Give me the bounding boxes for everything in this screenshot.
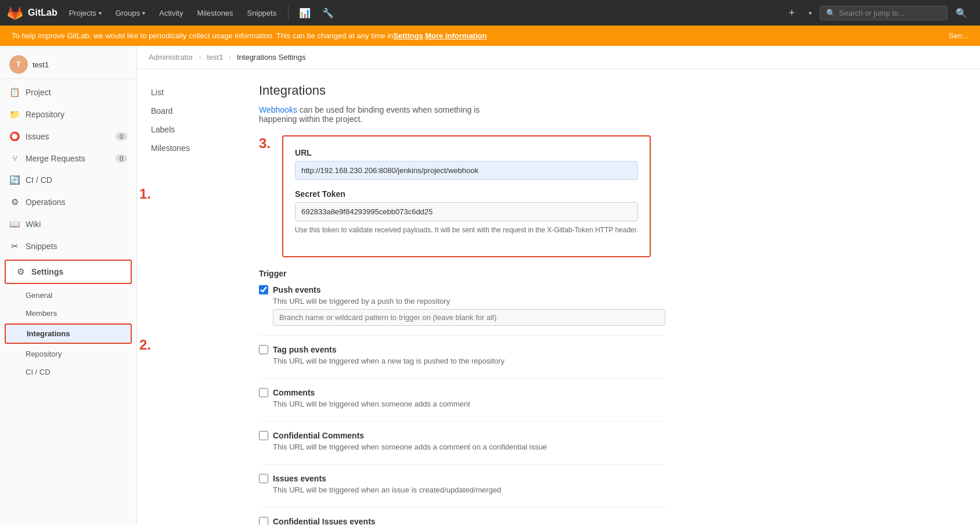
chart-icon[interactable]: 📊 [293,0,316,26]
sidebar-sub-members[interactable]: Members [0,304,136,322]
trigger-confidential-comments: Confidential Comments This URL will be t… [259,431,665,465]
issues-events-checkbox[interactable] [259,474,268,483]
main-layout: T test1 📋 Project 📁 Repository ⭕ Issues … [0,46,980,525]
tag-push-label: Tag push events [273,345,336,354]
navbar-right: + ▾ 🔍 🔍 [783,0,973,26]
push-events-label: Push events [273,285,320,294]
top-navbar: GitLab Projects ▾ Groups ▾ Activity Mile… [0,0,980,26]
cicd-icon: 🔄 [9,175,20,185]
url-input[interactable] [295,161,638,180]
conf-comments-desc: This URL will be triggered when someone … [273,443,665,451]
left-panel-labels[interactable]: Labels [149,120,242,139]
nav-snippets[interactable]: Snippets [240,0,284,26]
sidebar-item-merge-requests[interactable]: ⑂ Merge Requests 0 [0,148,136,169]
breadcrumb-current: Integrations Settings [237,53,306,62]
sidebar-item-wiki[interactable]: 📖 Wiki [0,213,136,235]
sidebar: T test1 📋 Project 📁 Repository ⭕ Issues … [0,46,137,525]
two-col-layout: List Board Labels Milestones Integration… [137,69,980,525]
breadcrumb-admin[interactable]: Administrator [149,53,193,62]
comments-label: Comments [273,388,315,397]
conf-comments-checkbox[interactable] [259,431,268,440]
sidebar-item-project[interactable]: 📋 Project [0,81,136,103]
settings-icon: ⚙ [15,267,26,277]
push-events-row: Push events [259,285,665,294]
repository-icon: 📁 [9,109,20,120]
tag-push-checkbox[interactable] [259,345,268,354]
search-box[interactable]: 🔍 [820,6,947,20]
integrations-desc: Webhooks can be used for binding events … [259,105,491,124]
sidebar-item-operations[interactable]: ⚙ Operations [0,191,136,213]
conf-comments-label: Confidential Comments [273,431,364,440]
sidebar-item-settings[interactable]: ⚙ Settings [5,260,132,284]
operations-icon: ⚙ [9,197,20,207]
search-input[interactable] [839,9,941,17]
sidebar-sub-cicd[interactable]: CI / CD [0,363,136,381]
breadcrumb: Administrator › test1 › Integrations Set… [137,46,980,69]
push-events-branch-input[interactable] [273,309,665,326]
issues-events-row: Issues events [259,474,665,483]
issues-icon: ⭕ [9,131,20,142]
conf-issues-checkbox[interactable] [259,517,268,525]
sidebar-item-snippets[interactable]: ✂ Snippets [0,235,136,257]
wrench-icon[interactable]: 🔧 [316,0,340,26]
nav-groups[interactable]: Groups ▾ [109,0,153,26]
content-area: Administrator › test1 › Integrations Set… [137,46,980,525]
trigger-confidential-issues: Confidential Issues events This URL will… [259,517,665,525]
left-panel-list[interactable]: List [149,83,242,102]
left-panel-board[interactable]: Board [149,102,242,120]
sidebar-sub-repository[interactable]: Repository [0,345,136,363]
conf-comments-row: Confidential Comments [259,431,665,440]
search-submit-icon[interactable]: 🔍 [950,0,973,26]
tag-push-desc: This URL will be triggered when a new ta… [273,357,665,365]
nav-separator [288,6,289,20]
comments-desc: This URL will be triggered when someone … [273,400,665,408]
url-form-group: URL [295,148,638,180]
nav-projects[interactable]: Projects ▾ [62,0,109,26]
sidebar-user: T test1 [0,51,136,79]
secret-token-input[interactable] [295,202,638,221]
chevron-down-icon[interactable]: ▾ [803,0,817,26]
breadcrumb-separator: › [229,53,231,62]
secret-token-hint: Use this token to validate received payl… [295,225,638,235]
left-panel-milestones[interactable]: Milestones [149,139,242,157]
chevron-down-icon: ▾ [142,10,145,16]
nav-activity[interactable]: Activity [152,0,190,26]
merge-badge: 0 [116,154,127,163]
issues-badge: 0 [116,132,127,141]
trigger-section: Trigger Push events This URL will be tri… [259,269,665,525]
webhook-form: URL Secret Token Use this token to valid… [282,135,651,257]
trigger-title: Trigger [259,269,665,278]
banner-settings-link[interactable]: Settings [393,31,423,40]
step-two: 2. [139,337,151,353]
push-events-checkbox[interactable] [259,285,268,294]
snippets-icon: ✂ [9,241,20,251]
plus-button[interactable]: + [783,0,801,26]
chevron-down-icon: ▾ [99,10,102,16]
sidebar-username: test1 [33,60,49,69]
usage-banner: To help improve GitLab, we would like to… [0,26,980,46]
merge-icon: ⑂ [9,153,20,163]
sidebar-sub-integrations[interactable]: Integrations [5,323,132,344]
sidebar-item-ci-cd[interactable]: 🔄 CI / CD [0,169,136,191]
conf-issues-row: Confidential Issues events [259,517,665,525]
banner-more-info-link[interactable]: More Information [425,31,487,40]
brand[interactable]: GitLab [7,5,57,21]
main-panel: Integrations Webhooks can be used for bi… [259,83,968,525]
secret-token-label: Secret Token [295,189,638,199]
conf-issues-label: Confidential Issues events [273,517,376,525]
issues-events-label: Issues events [273,474,326,483]
banner-text: To help improve GitLab, we would like to… [12,31,393,40]
banner-send-text: Sen... [949,31,968,40]
secret-token-form-group: Secret Token Use this token to validate … [295,189,638,235]
brand-name: GitLab [28,8,57,18]
sidebar-item-repository[interactable]: 📁 Repository [0,103,136,125]
sidebar-sub-general[interactable]: General [0,286,136,304]
tag-push-row: Tag push events [259,345,665,354]
comments-checkbox[interactable] [259,388,268,397]
url-label: URL [295,148,638,157]
breadcrumb-test1[interactable]: test1 [207,53,223,62]
comments-row: Comments [259,388,665,397]
nav-milestones[interactable]: Milestones [190,0,240,26]
webhooks-link[interactable]: Webhooks [259,105,297,114]
sidebar-item-issues[interactable]: ⭕ Issues 0 [0,125,136,148]
